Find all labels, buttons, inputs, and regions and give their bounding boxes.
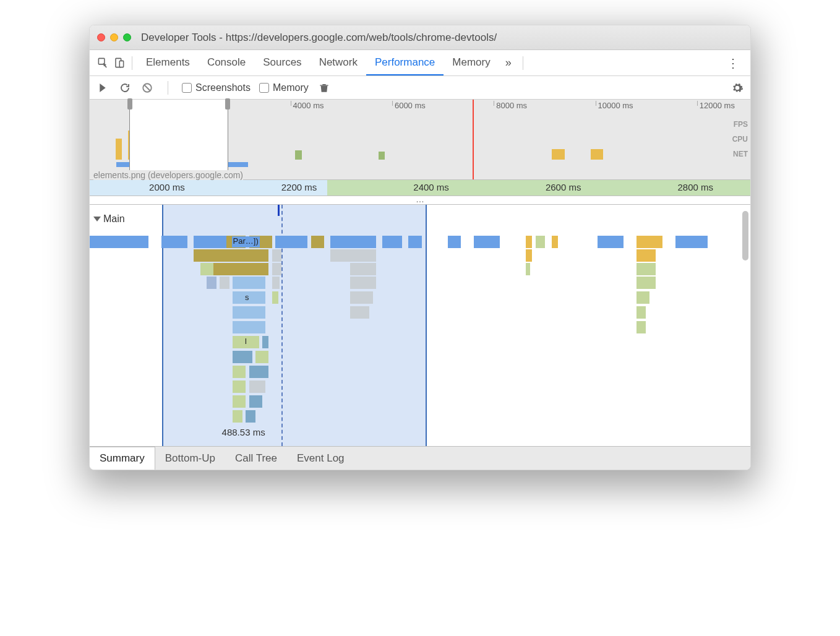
tab-performance[interactable]: Performance (366, 50, 444, 75)
trash-icon[interactable] (317, 81, 331, 95)
flame-bar[interactable] (262, 336, 269, 348)
flame-bar[interactable] (382, 236, 402, 248)
screenshots-checkbox-input[interactable] (182, 83, 192, 93)
flame-bar[interactable] (233, 380, 246, 393)
flame-bar[interactable] (233, 321, 265, 333)
flame-bar[interactable] (330, 236, 376, 248)
flame-bar[interactable] (350, 277, 376, 289)
overview-handle-left[interactable] (127, 98, 132, 110)
detail-tab-event-log[interactable]: Event Log (287, 447, 354, 470)
flame-bar[interactable] (272, 263, 282, 275)
flame-bar[interactable] (311, 236, 324, 248)
flame-bar[interactable] (649, 236, 662, 248)
tab-memory[interactable]: Memory (444, 50, 499, 75)
flame-bar[interactable] (675, 236, 708, 248)
collapse-triangle-icon[interactable] (93, 217, 101, 221)
flame-bar[interactable] (233, 306, 265, 319)
flame-bar[interactable] (526, 236, 533, 248)
overview-activity-bar (379, 152, 385, 160)
detail-ruler[interactable]: 2000 ms2200 ms2400 ms2600 ms2800 ms (90, 180, 750, 196)
clear-icon[interactable] (140, 81, 154, 95)
device-toggle-icon[interactable] (111, 55, 127, 71)
zoom-icon[interactable] (123, 33, 131, 41)
record-icon[interactable] (96, 81, 109, 95)
flame-bar[interactable] (636, 306, 646, 319)
detail-tab-call-tree[interactable]: Call Tree (225, 447, 287, 470)
scrollbar-thumb[interactable] (742, 211, 748, 260)
flame-row (90, 306, 740, 319)
inspect-icon[interactable] (95, 55, 111, 71)
detail-tab-bottom-up[interactable]: Bottom-Up (155, 447, 225, 470)
flame-bar[interactable] (636, 277, 649, 289)
flame-bar[interactable] (350, 263, 376, 275)
memory-checkbox[interactable]: Memory (259, 82, 309, 93)
flame-bar[interactable] (448, 236, 461, 248)
flame-bar[interactable] (229, 263, 268, 275)
flame-bar[interactable] (350, 291, 373, 304)
overview-activity-bar (591, 149, 604, 160)
flame-bar[interactable] (350, 306, 370, 319)
flame-bar[interactable] (207, 277, 216, 289)
flame-bar[interactable] (636, 321, 646, 333)
flame-bar[interactable] (275, 236, 308, 248)
minimize-icon[interactable] (110, 33, 118, 41)
memory-label: Memory (273, 82, 309, 93)
flame-bar[interactable] (255, 351, 268, 363)
flame-bar[interactable] (526, 263, 530, 275)
flame-bar[interactable] (636, 291, 649, 304)
flame-bar[interactable] (90, 236, 148, 248)
detail-tab-summary[interactable]: Summary (90, 447, 155, 470)
flame-bar[interactable] (233, 410, 242, 423)
flame-bar[interactable] (233, 277, 265, 289)
flame-bar[interactable] (350, 249, 376, 262)
overview-handle-right[interactable] (225, 98, 230, 110)
flame-bar[interactable] (649, 277, 656, 289)
flame-bar[interactable] (194, 236, 226, 248)
flame-bar[interactable] (272, 291, 279, 304)
overview-tick: 10000 ms (598, 101, 633, 110)
flame-bar[interactable] (233, 395, 246, 408)
flame-bar[interactable] (636, 249, 656, 262)
flame-bar[interactable] (249, 366, 269, 378)
flame-bar[interactable] (649, 263, 656, 275)
flame-bar[interactable] (207, 249, 268, 262)
flame-bar[interactable] (636, 236, 649, 248)
flame-bar[interactable] (249, 380, 265, 393)
tab-elements[interactable]: Elements (137, 50, 199, 75)
flame-chart[interactable]: Main Par…])sl488.53 ms (90, 205, 750, 446)
flame-bar[interactable] (220, 277, 229, 289)
flame-bar[interactable] (213, 263, 229, 275)
flame-bar[interactable] (233, 366, 246, 378)
more-panels-icon[interactable]: » (499, 56, 518, 69)
settings-icon[interactable] (731, 81, 744, 95)
flame-bar[interactable] (233, 351, 252, 363)
tab-network[interactable]: Network (311, 50, 366, 75)
flame-bar[interactable] (194, 249, 207, 262)
close-icon[interactable] (97, 33, 105, 41)
flame-bar[interactable] (526, 249, 533, 262)
flame-bar[interactable] (552, 236, 559, 248)
memory-checkbox-input[interactable] (259, 83, 269, 93)
flame-bar[interactable] (330, 249, 350, 262)
flame-bar[interactable] (233, 291, 265, 304)
flame-bar[interactable] (408, 236, 421, 248)
flame-bar[interactable] (200, 263, 213, 275)
flame-bar[interactable] (272, 277, 280, 289)
flame-bar[interactable] (536, 236, 546, 248)
flame-bar[interactable] (598, 236, 624, 248)
flame-bar[interactable] (636, 263, 649, 275)
flame-bar[interactable] (161, 236, 187, 248)
kebab-menu-icon[interactable]: ⋮ (721, 56, 745, 71)
tab-sources[interactable]: Sources (254, 50, 310, 75)
overview-timeline[interactable]: 2000 ms4000 ms6000 ms8000 ms10000 ms1200… (90, 100, 750, 180)
flame-bar[interactable] (246, 410, 255, 423)
overview-viewport[interactable] (129, 100, 228, 179)
flame-row (90, 277, 740, 289)
flame-bar[interactable] (272, 249, 282, 262)
reload-icon[interactable] (118, 81, 132, 95)
tab-console[interactable]: Console (199, 50, 254, 75)
main-thread-label[interactable]: Main (93, 213, 125, 225)
flame-bar[interactable] (249, 395, 262, 408)
flame-bar[interactable] (474, 236, 500, 248)
screenshots-checkbox[interactable]: Screenshots (182, 82, 251, 93)
